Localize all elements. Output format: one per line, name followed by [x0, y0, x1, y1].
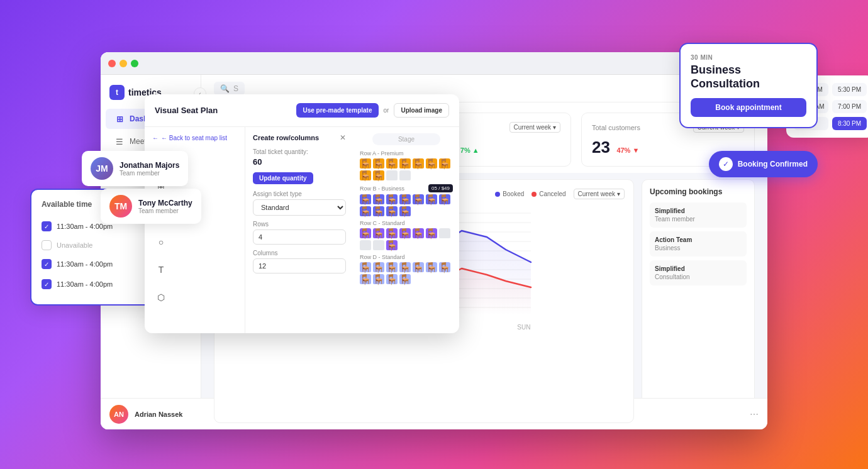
seat-row-standard-c-label: Row C - Standard — [360, 220, 453, 226]
jonathan-info: Jonathan Majors Team member — [120, 161, 179, 177]
seat-d8[interactable]: 🪑 — [360, 274, 371, 284]
booking-item-2: Action Team Business — [650, 231, 747, 257]
form-panel: Create row/columns ✕ Total ticket quanti… — [245, 127, 353, 333]
seat-c2[interactable]: 🪑 — [373, 228, 384, 238]
more-options-icon[interactable]: ⋯ — [750, 409, 759, 419]
seat-tool-4[interactable]: ○ — [152, 233, 170, 251]
seat-b1[interactable]: 🪑 — [360, 194, 371, 204]
seat-c10[interactable]: 🪑 — [386, 240, 398, 250]
form-close-icon[interactable]: ✕ — [340, 133, 346, 142]
stat-revenue-period[interactable]: Current week ▾ — [509, 122, 560, 133]
close-dot[interactable] — [108, 60, 116, 67]
seat-c6[interactable]: 🪑 — [426, 228, 437, 238]
seat-d11[interactable]: 🪑 — [399, 274, 411, 284]
seat-c7[interactable] — [439, 228, 450, 238]
standard-c-seats: 🪑 🪑 🪑 🪑 🪑 🪑 🪑 — [360, 228, 453, 250]
seat-d3[interactable]: 🪑 — [386, 262, 398, 272]
seat-a3[interactable]: 🪑 — [386, 158, 398, 168]
seat-modal-actions: Use pre-made template or Upload image — [296, 103, 449, 118]
time-slot-label-3: 11:30am - 4:00pm — [57, 280, 152, 288]
seat-c5[interactable]: 🪑 — [413, 228, 424, 238]
time-chip-830pm[interactable]: 8:30 PM — [832, 117, 867, 130]
seat-c8[interactable] — [360, 240, 371, 250]
seat-c4[interactable]: 🪑 — [399, 228, 411, 238]
time-chip-700pm[interactable]: 7:00 PM — [832, 100, 867, 113]
rows-input[interactable] — [253, 229, 346, 245]
seat-d9[interactable]: 🪑 — [373, 274, 384, 284]
seat-d5[interactable]: 🪑 — [413, 262, 424, 272]
check-icon-2: ✓ — [44, 261, 49, 268]
seat-b11[interactable]: 🪑 — [399, 206, 411, 216]
time-slot-label-2: 11:30am - 4:00pm — [57, 260, 152, 268]
booking-3-type: Consultation — [655, 273, 742, 280]
use-template-button[interactable]: Use pre-made template — [296, 103, 378, 118]
seat-tool-6[interactable]: ⬡ — [152, 289, 170, 306]
seat-b3[interactable]: 🪑 — [386, 194, 398, 204]
seat-c1[interactable]: 🪑 — [360, 228, 371, 238]
business-seats: 🪑 🪑 🪑 🪑 🪑 🪑 🪑 🪑 🪑 🪑 🪑 — [360, 194, 453, 216]
seat-b10[interactable]: 🪑 — [386, 206, 398, 216]
upload-image-button[interactable]: Upload image — [394, 103, 449, 118]
seat-a7[interactable]: 🪑 — [439, 158, 450, 168]
seat-row-premium-label: Row A - Premium — [360, 150, 453, 157]
seat-b2[interactable]: 🪑 — [373, 194, 384, 204]
seat-d7[interactable]: 🪑 — [439, 262, 450, 272]
booking-2-name: Action Team — [655, 236, 742, 243]
legend-booked-label: Booked — [503, 190, 524, 197]
stage-label: Stage — [372, 133, 440, 145]
seat-a10[interactable] — [386, 170, 398, 180]
seat-b8[interactable]: 🪑 — [360, 206, 371, 216]
tony-avatar-inner: TM — [109, 195, 132, 218]
tony-info: Tony McCarthy Team member — [138, 199, 192, 214]
minimize-dot[interactable] — [120, 60, 127, 67]
business-price-badge: 05 / $49 — [428, 184, 453, 192]
back-to-seat-map-link[interactable]: ← ← Back to seat map list — [152, 135, 237, 141]
seat-d6[interactable]: 🪑 — [426, 262, 437, 272]
time-slot-checkbox-3[interactable]: ✓ — [42, 279, 52, 289]
ticket-qty-label: Total ticket quantity: — [253, 148, 346, 155]
seat-b6[interactable]: 🪑 — [426, 194, 437, 204]
seat-modal-header: Visual Seat Plan Use pre-made template o… — [145, 94, 459, 127]
seat-row-business-label: Row B - Business 05 / $49 — [360, 184, 453, 192]
seat-a1[interactable]: 🪑 — [360, 158, 371, 168]
time-slot-checkbox-2[interactable]: ✓ — [42, 259, 52, 269]
update-quantity-button[interactable]: Update quantity — [253, 172, 313, 184]
seat-b7[interactable]: 🪑 — [439, 194, 450, 204]
ticket-type-select[interactable]: Standard — [253, 199, 346, 216]
standard-d-seats: 🪑 🪑 🪑 🪑 🪑 🪑 🪑 🪑 🪑 🪑 🪑 — [360, 262, 453, 284]
seat-d2[interactable]: 🪑 — [373, 262, 384, 272]
search-box[interactable]: 🔍 S — [214, 82, 245, 96]
seat-a6[interactable]: 🪑 — [426, 158, 437, 168]
time-chip-530pm[interactable]: 5:30 PM — [832, 83, 867, 96]
time-slot-checkbox-unavailable[interactable] — [42, 240, 52, 250]
seat-a4[interactable]: 🪑 — [399, 158, 411, 168]
consultation-card: 30 MIN Business Consultation Book appoin… — [679, 43, 818, 128]
seat-d4[interactable]: 🪑 — [399, 262, 411, 272]
stat-customers-change: 47% ▼ — [616, 146, 639, 154]
seat-c9[interactable] — [373, 240, 384, 250]
booking-item-1: Simplified Team member — [650, 202, 747, 228]
search-placeholder: S — [233, 84, 238, 93]
seat-a5[interactable]: 🪑 — [413, 158, 424, 168]
book-appointment-button[interactable]: Book appointment — [691, 98, 806, 117]
seat-b9[interactable]: 🪑 — [373, 206, 384, 216]
seat-modal-title: Visual Seat Plan — [155, 106, 218, 115]
seat-a11[interactable] — [399, 170, 411, 180]
seat-d10[interactable]: 🪑 — [386, 274, 398, 284]
consult-duration: 30 MIN — [691, 54, 806, 61]
chart-period-selector[interactable]: Current week ▾ — [574, 189, 625, 199]
time-slot-checkbox-1[interactable]: ✓ — [42, 221, 52, 231]
stat-customers-number: 23 — [592, 138, 610, 157]
seat-b4[interactable]: 🪑 — [399, 194, 411, 204]
seat-a8[interactable]: 🪑 — [360, 170, 371, 180]
upcoming-bookings-panel: Upcoming bookings Simplified Team member… — [642, 179, 755, 423]
seat-c3[interactable]: 🪑 — [386, 228, 398, 238]
seat-a9[interactable]: 🪑 — [373, 170, 384, 180]
seat-a2[interactable]: 🪑 — [373, 158, 384, 168]
maximize-dot[interactable] — [131, 60, 138, 67]
columns-input[interactable] — [253, 258, 346, 273]
upcoming-title: Upcoming bookings — [650, 187, 747, 196]
seat-b5[interactable]: 🪑 — [413, 194, 424, 204]
seat-d1[interactable]: 🪑 — [360, 262, 371, 272]
seat-tool-5[interactable]: T — [152, 261, 170, 279]
